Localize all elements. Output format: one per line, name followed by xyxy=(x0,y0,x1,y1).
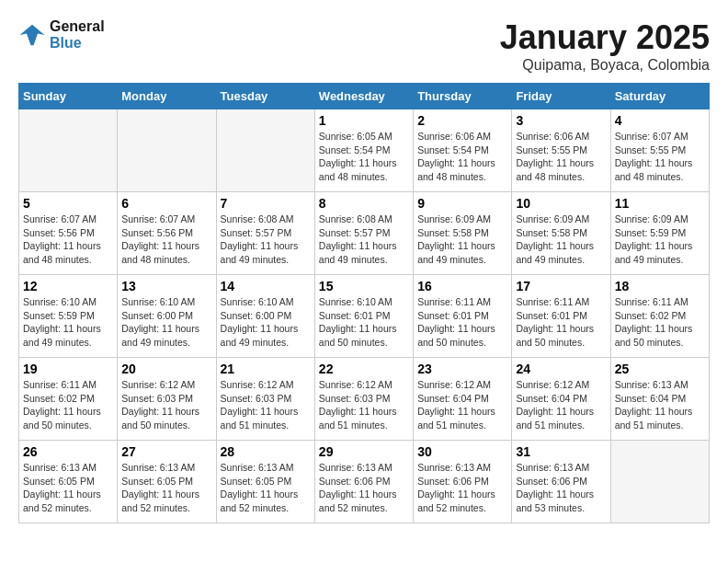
day-cell xyxy=(19,109,118,192)
logo-general: General xyxy=(50,18,105,34)
day-info: Sunrise: 6:13 AM Sunset: 6:06 PM Dayligh… xyxy=(417,461,507,515)
day-info: Sunrise: 6:12 AM Sunset: 6:04 PM Dayligh… xyxy=(516,378,606,432)
day-number: 19 xyxy=(23,362,113,376)
day-cell: 26Sunrise: 6:13 AM Sunset: 6:05 PM Dayli… xyxy=(19,441,118,523)
day-cell: 2Sunrise: 6:06 AM Sunset: 5:54 PM Daylig… xyxy=(414,109,512,192)
day-info: Sunrise: 6:11 AM Sunset: 6:01 PM Dayligh… xyxy=(417,295,507,350)
day-cell: 12Sunrise: 6:10 AM Sunset: 5:59 PM Dayli… xyxy=(19,275,118,358)
day-number: 18 xyxy=(615,279,705,293)
day-number: 3 xyxy=(516,113,606,128)
day-info: Sunrise: 6:13 AM Sunset: 6:05 PM Dayligh… xyxy=(221,461,311,515)
day-info: Sunrise: 6:09 AM Sunset: 5:58 PM Dayligh… xyxy=(417,213,507,267)
header-saturday: Saturday xyxy=(610,84,709,109)
day-number: 4 xyxy=(615,113,705,128)
week-row-1: 1Sunrise: 6:05 AM Sunset: 5:54 PM Daylig… xyxy=(19,109,710,192)
day-number: 31 xyxy=(516,444,606,459)
day-cell: 10Sunrise: 6:09 AM Sunset: 5:58 PM Dayli… xyxy=(512,192,610,275)
day-cell: 27Sunrise: 6:13 AM Sunset: 6:05 PM Dayli… xyxy=(118,441,216,523)
day-number: 13 xyxy=(121,279,211,293)
svg-marker-0 xyxy=(20,24,45,45)
day-info: Sunrise: 6:13 AM Sunset: 6:04 PM Dayligh… xyxy=(615,378,705,432)
header-friday: Friday xyxy=(512,84,610,109)
week-row-2: 5Sunrise: 6:07 AM Sunset: 5:56 PM Daylig… xyxy=(19,192,710,275)
day-number: 23 xyxy=(417,362,507,376)
day-number: 14 xyxy=(221,279,311,293)
day-cell: 23Sunrise: 6:12 AM Sunset: 6:04 PM Dayli… xyxy=(414,358,512,441)
day-cell xyxy=(610,441,709,523)
calendar-header-row: SundayMondayTuesdayWednesdayThursdayFrid… xyxy=(19,84,710,109)
day-info: Sunrise: 6:10 AM Sunset: 6:01 PM Dayligh… xyxy=(319,295,409,350)
day-number: 28 xyxy=(221,444,311,459)
day-number: 21 xyxy=(221,362,311,376)
day-info: Sunrise: 6:08 AM Sunset: 5:57 PM Dayligh… xyxy=(319,213,409,267)
day-cell: 31Sunrise: 6:13 AM Sunset: 6:06 PM Dayli… xyxy=(512,441,610,523)
day-number: 29 xyxy=(319,444,409,459)
day-info: Sunrise: 6:13 AM Sunset: 6:05 PM Dayligh… xyxy=(23,461,113,515)
logo: General Blue xyxy=(18,18,105,51)
day-info: Sunrise: 6:13 AM Sunset: 6:06 PM Dayligh… xyxy=(319,461,409,515)
day-cell: 8Sunrise: 6:08 AM Sunset: 5:57 PM Daylig… xyxy=(314,192,413,275)
day-cell: 9Sunrise: 6:09 AM Sunset: 5:58 PM Daylig… xyxy=(414,192,512,275)
day-number: 20 xyxy=(121,362,211,376)
day-info: Sunrise: 6:10 AM Sunset: 5:59 PM Dayligh… xyxy=(23,295,113,350)
title-block: January 2025 Quipama, Boyaca, Colombia xyxy=(500,18,710,74)
week-row-4: 19Sunrise: 6:11 AM Sunset: 6:02 PM Dayli… xyxy=(19,358,710,441)
day-cell: 17Sunrise: 6:11 AM Sunset: 6:01 PM Dayli… xyxy=(512,275,610,358)
day-number: 10 xyxy=(516,196,606,211)
header-monday: Monday xyxy=(118,84,216,109)
day-cell: 14Sunrise: 6:10 AM Sunset: 6:00 PM Dayli… xyxy=(216,275,314,358)
day-cell: 25Sunrise: 6:13 AM Sunset: 6:04 PM Dayli… xyxy=(610,358,709,441)
day-cell: 7Sunrise: 6:08 AM Sunset: 5:57 PM Daylig… xyxy=(216,192,314,275)
day-cell: 28Sunrise: 6:13 AM Sunset: 6:05 PM Dayli… xyxy=(216,441,314,523)
day-info: Sunrise: 6:05 AM Sunset: 5:54 PM Dayligh… xyxy=(319,130,409,184)
week-row-5: 26Sunrise: 6:13 AM Sunset: 6:05 PM Dayli… xyxy=(19,441,710,523)
day-number: 17 xyxy=(516,279,606,293)
day-info: Sunrise: 6:08 AM Sunset: 5:57 PM Dayligh… xyxy=(221,213,311,267)
day-cell: 21Sunrise: 6:12 AM Sunset: 6:03 PM Dayli… xyxy=(216,358,314,441)
day-info: Sunrise: 6:11 AM Sunset: 6:02 PM Dayligh… xyxy=(615,295,705,350)
day-info: Sunrise: 6:07 AM Sunset: 5:56 PM Dayligh… xyxy=(121,213,211,267)
day-info: Sunrise: 6:07 AM Sunset: 5:56 PM Dayligh… xyxy=(23,213,113,267)
day-number: 2 xyxy=(417,113,507,128)
day-number: 22 xyxy=(319,362,409,376)
day-info: Sunrise: 6:07 AM Sunset: 5:55 PM Dayligh… xyxy=(615,130,705,184)
day-cell: 6Sunrise: 6:07 AM Sunset: 5:56 PM Daylig… xyxy=(118,192,216,275)
day-cell: 29Sunrise: 6:13 AM Sunset: 6:06 PM Dayli… xyxy=(314,441,413,523)
day-info: Sunrise: 6:13 AM Sunset: 6:05 PM Dayligh… xyxy=(121,461,211,515)
day-info: Sunrise: 6:11 AM Sunset: 6:02 PM Dayligh… xyxy=(23,378,113,432)
day-info: Sunrise: 6:10 AM Sunset: 6:00 PM Dayligh… xyxy=(121,295,211,350)
day-info: Sunrise: 6:12 AM Sunset: 6:04 PM Dayligh… xyxy=(417,378,507,432)
day-cell xyxy=(118,109,216,192)
day-cell: 15Sunrise: 6:10 AM Sunset: 6:01 PM Dayli… xyxy=(314,275,413,358)
logo-blue: Blue xyxy=(50,35,82,51)
day-info: Sunrise: 6:12 AM Sunset: 6:03 PM Dayligh… xyxy=(221,378,311,432)
week-row-3: 12Sunrise: 6:10 AM Sunset: 5:59 PM Dayli… xyxy=(19,275,710,358)
day-info: Sunrise: 6:09 AM Sunset: 5:59 PM Dayligh… xyxy=(615,213,705,267)
day-cell: 13Sunrise: 6:10 AM Sunset: 6:00 PM Dayli… xyxy=(118,275,216,358)
day-cell: 1Sunrise: 6:05 AM Sunset: 5:54 PM Daylig… xyxy=(314,109,413,192)
day-number: 15 xyxy=(319,279,409,293)
header-tuesday: Tuesday xyxy=(216,84,314,109)
day-number: 5 xyxy=(23,196,113,211)
day-cell: 11Sunrise: 6:09 AM Sunset: 5:59 PM Dayli… xyxy=(610,192,709,275)
day-info: Sunrise: 6:11 AM Sunset: 6:01 PM Dayligh… xyxy=(516,295,606,350)
day-info: Sunrise: 6:06 AM Sunset: 5:54 PM Dayligh… xyxy=(417,130,507,184)
day-number: 25 xyxy=(615,362,705,376)
logo-icon xyxy=(18,21,46,49)
month-title: January 2025 xyxy=(500,18,710,57)
day-cell: 24Sunrise: 6:12 AM Sunset: 6:04 PM Dayli… xyxy=(512,358,610,441)
day-number: 12 xyxy=(23,279,113,293)
day-number: 24 xyxy=(516,362,606,376)
day-number: 11 xyxy=(615,196,705,211)
day-number: 27 xyxy=(121,444,211,459)
day-cell: 20Sunrise: 6:12 AM Sunset: 6:03 PM Dayli… xyxy=(118,358,216,441)
day-number: 30 xyxy=(417,444,507,459)
day-cell: 30Sunrise: 6:13 AM Sunset: 6:06 PM Dayli… xyxy=(414,441,512,523)
day-info: Sunrise: 6:12 AM Sunset: 6:03 PM Dayligh… xyxy=(319,378,409,432)
day-info: Sunrise: 6:06 AM Sunset: 5:55 PM Dayligh… xyxy=(516,130,606,184)
day-number: 26 xyxy=(23,444,113,459)
day-cell: 22Sunrise: 6:12 AM Sunset: 6:03 PM Dayli… xyxy=(314,358,413,441)
day-number: 16 xyxy=(417,279,507,293)
page-header: General Blue January 2025 Quipama, Boyac… xyxy=(18,18,710,74)
header-sunday: Sunday xyxy=(19,84,118,109)
